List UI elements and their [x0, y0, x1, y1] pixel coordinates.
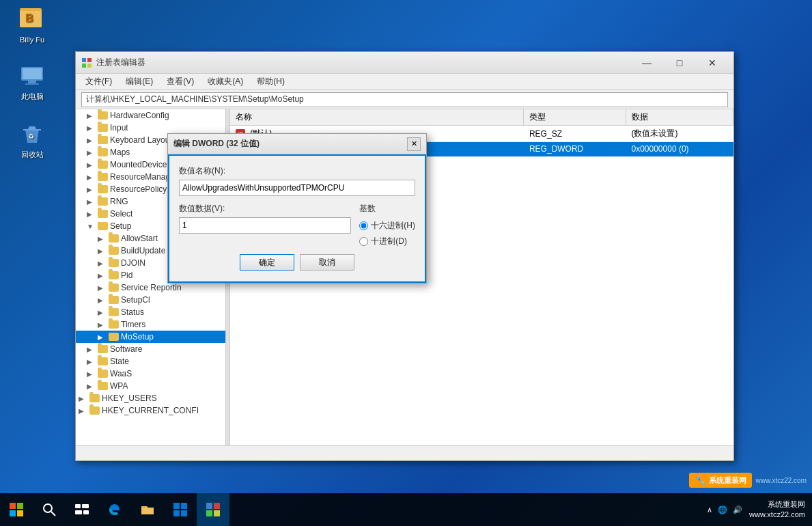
watermark-logo: 🔧 系统重装网 — [689, 473, 752, 488]
svg-rect-15 — [17, 510, 23, 516]
name-label: 数值名称(N): — [179, 165, 415, 177]
date-display: www.xtcz22.com — [749, 510, 805, 520]
dec-radio-option[interactable]: 十进制(D) — [359, 236, 415, 247]
svg-line-17 — [51, 512, 55, 516]
svg-rect-24 — [173, 510, 180, 516]
ok-button[interactable]: 确定 — [240, 254, 294, 271]
network-icon[interactable]: 🌐 — [718, 506, 727, 514]
svg-rect-12 — [10, 503, 16, 509]
edge-button[interactable] — [98, 493, 131, 526]
taskview-button[interactable] — [66, 493, 98, 526]
clock[interactable]: 系统重装网 www.xtcz22.com — [749, 499, 805, 521]
data-label: 数值数据(V): — [179, 203, 351, 214]
hex-label: 十六进制(H) — [371, 220, 415, 232]
svg-rect-23 — [181, 503, 187, 509]
data-row: 数值数据(V): 基数 十六进制(H) 十进制(D) — [179, 203, 415, 247]
store-button[interactable] — [164, 493, 197, 526]
svg-point-16 — [44, 504, 52, 512]
search-button[interactable] — [33, 493, 66, 526]
dialog-close-button[interactable]: ✕ — [407, 137, 421, 151]
svg-rect-29 — [214, 510, 220, 516]
volume-icon[interactable]: 🔊 — [733, 506, 742, 514]
svg-rect-14 — [10, 510, 16, 516]
svg-rect-26 — [206, 503, 212, 509]
base-label: 基数 — [359, 203, 415, 214]
svg-rect-21 — [83, 510, 89, 514]
regedit-taskbar-button[interactable] — [197, 493, 229, 526]
value-section: 数值数据(V): — [179, 203, 351, 234]
dialog-body: 数值名称(N): 数值数据(V): 基数 十六进制(H) 十进制(D) — [168, 154, 426, 283]
svg-rect-22 — [173, 503, 180, 509]
start-button[interactable] — [0, 493, 33, 526]
hex-radio[interactable] — [359, 221, 368, 230]
svg-rect-25 — [181, 510, 187, 516]
data-input[interactable] — [179, 217, 351, 234]
svg-rect-20 — [75, 510, 82, 514]
name-input[interactable] — [179, 180, 415, 196]
svg-rect-28 — [206, 510, 212, 516]
system-tray: ∧ 🌐 🔊 — [707, 506, 742, 514]
tray-chevron[interactable]: ∧ — [707, 506, 712, 514]
site-watermark: 🔧 系统重装网 www.xtcz22.com — [689, 473, 807, 488]
cancel-button[interactable]: 取消 — [300, 254, 354, 271]
taskbar-right: ∧ 🌐 🔊 系统重装网 www.xtcz22.com — [707, 493, 812, 526]
svg-rect-27 — [214, 503, 220, 509]
dialog-overlay: 编辑 DWORD (32 位值) ✕ 数值名称(N): 数值数据(V): 基数 … — [0, 0, 812, 526]
svg-rect-19 — [82, 504, 89, 508]
taskbar: ∧ 🌐 🔊 系统重装网 www.xtcz22.com — [0, 493, 812, 526]
edit-dword-dialog: 编辑 DWORD (32 位值) ✕ 数值名称(N): 数值数据(V): 基数 … — [167, 133, 427, 283]
dec-radio[interactable] — [359, 237, 368, 246]
svg-rect-18 — [75, 504, 81, 508]
explorer-button[interactable] — [131, 493, 164, 526]
dec-label: 十进制(D) — [371, 236, 407, 247]
time-display: 系统重装网 — [749, 499, 805, 510]
watermark-url: www.xtcz22.com — [756, 477, 807, 484]
base-section: 基数 十六进制(H) 十进制(D) — [359, 203, 415, 247]
dialog-titlebar: 编辑 DWORD (32 位值) ✕ — [168, 134, 426, 154]
svg-rect-13 — [17, 503, 23, 509]
dialog-buttons: 确定 取消 — [179, 247, 415, 275]
hex-radio-option[interactable]: 十六进制(H) — [359, 220, 415, 232]
dialog-title: 编辑 DWORD (32 位值) — [173, 138, 407, 150]
